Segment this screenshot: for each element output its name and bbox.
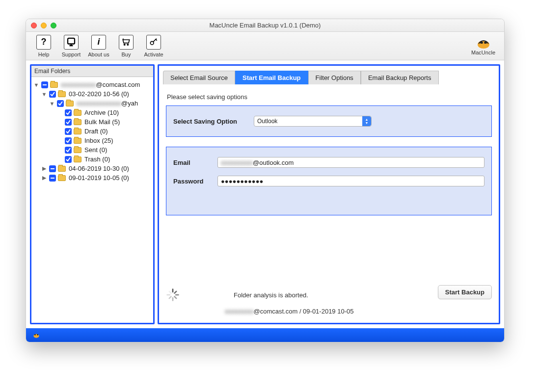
checkbox-checked[interactable]: [57, 100, 64, 107]
folder-tree-header: Email Folders: [31, 66, 153, 77]
tab-select-email-source[interactable]: Select Email Source: [163, 71, 235, 84]
folder-tree-pane: Email Folders ▼ xxxxxxxxxxx@comcast.com …: [30, 64, 155, 324]
folder-icon: [74, 110, 81, 116]
folder-tree[interactable]: ▼ xxxxxxxxxxx@comcast.com ▼ 03-02-2020 1…: [31, 77, 153, 323]
tab-filter-options[interactable]: Filter Options: [308, 71, 361, 84]
password-input[interactable]: ●●●●●●●●●●●: [217, 176, 484, 186]
spinner-icon: [166, 288, 180, 302]
checkbox-checked[interactable]: [65, 119, 72, 126]
title-bar: MacUncle Email Backup v1.0.1 (Demo): [26, 19, 504, 32]
checkbox-partial[interactable]: [49, 175, 56, 182]
cart-icon: [119, 35, 134, 50]
folder-icon: [74, 147, 81, 153]
svg-point-2: [127, 44, 128, 45]
status-path: xxxxxxxxx@comcast.com / 09-01-2019 10-05: [166, 308, 492, 315]
svg-rect-8: [51, 168, 54, 169]
main-pane: Select Email Source Start Email Backup F…: [158, 64, 500, 324]
info-icon: i: [91, 35, 106, 50]
bottom-taskbar: [26, 328, 504, 342]
email-input[interactable]: xxxxxxxxxx@outlook.com: [217, 157, 484, 168]
folder-icon: [58, 166, 66, 172]
svg-rect-20: [37, 334, 38, 335]
svg-rect-9: [51, 178, 54, 179]
toolbar: ? Help Support i About us Buy Activate: [26, 32, 504, 60]
key-icon: [146, 35, 161, 50]
svg-rect-0: [68, 38, 75, 44]
folder-icon: [74, 157, 81, 162]
select-arrows-icon: ▲▼: [362, 116, 371, 126]
checkbox-partial[interactable]: [41, 81, 48, 88]
svg-rect-19: [34, 334, 36, 335]
help-icon: ?: [36, 35, 51, 50]
saving-option-label: Select Saving Option: [173, 118, 247, 125]
support-button[interactable]: Support: [57, 35, 85, 57]
folder-icon: [74, 138, 81, 144]
svg-point-18: [33, 334, 39, 338]
svg-point-3: [150, 41, 154, 45]
checkbox-checked[interactable]: [49, 91, 56, 98]
tab-start-email-backup[interactable]: Start Email Backup: [235, 71, 308, 84]
about-us-button[interactable]: i About us: [85, 35, 112, 57]
status-text: Folder analysis is aborted.: [234, 291, 308, 299]
disclosure-down-icon[interactable]: ▼: [49, 101, 55, 106]
folder-icon: [58, 175, 66, 181]
checkbox-partial[interactable]: [49, 165, 56, 172]
svg-rect-6: [484, 42, 487, 44]
email-label: Email: [173, 159, 211, 166]
checkbox-checked[interactable]: [65, 137, 72, 144]
folder-icon: [50, 82, 58, 88]
svg-line-11: [175, 291, 177, 293]
tab-bar: Select Email Source Start Email Backup F…: [159, 66, 499, 84]
brand-icon[interactable]: [32, 331, 41, 340]
folder-icon: [58, 91, 66, 97]
disclosure-right-icon[interactable]: ▶: [41, 165, 47, 172]
svg-line-15: [169, 297, 171, 299]
activate-button[interactable]: Activate: [140, 35, 167, 57]
tree-node-date1[interactable]: ▼ 03-02-2020 10-56 (0): [32, 89, 152, 99]
folder-icon: [74, 119, 81, 125]
tree-node-date3[interactable]: ▶ 09-01-2019 10-05 (0): [32, 173, 152, 183]
disclosure-down-icon[interactable]: ▼: [33, 82, 39, 88]
svg-rect-7: [43, 84, 47, 85]
svg-rect-5: [480, 42, 483, 44]
tree-node-date2[interactable]: ▶ 04-06-2019 10-30 (0): [32, 164, 152, 173]
footer-status: Start Backup: [166, 288, 492, 315]
folder-icon: [74, 129, 81, 134]
credentials-group: Email xxxxxxxxxx@outlook.com Password ●●…: [166, 147, 492, 215]
tree-node-account[interactable]: ▼ xxxxxxxxxxx@comcast.com: [32, 80, 152, 89]
buy-button[interactable]: Buy: [112, 35, 140, 57]
tree-node-draft[interactable]: Draft (0): [32, 127, 152, 136]
window-title: MacUncle Email Backup v1.0.1 (Demo): [26, 22, 504, 29]
tree-node-bulk[interactable]: Bulk Mail (5): [32, 117, 152, 127]
folder-icon: [66, 101, 74, 106]
svg-line-13: [175, 297, 177, 299]
password-label: Password: [173, 178, 211, 185]
tree-node-sent[interactable]: Sent (0): [32, 145, 152, 155]
tree-node-inbox[interactable]: Inbox (25): [32, 136, 152, 145]
tab-email-backup-reports[interactable]: Email Backup Reports: [361, 71, 439, 84]
svg-point-4: [478, 41, 489, 49]
tree-node-trash[interactable]: Trash (0): [32, 155, 152, 164]
tree-node-archive[interactable]: Archive (10): [32, 108, 152, 117]
checkbox-checked[interactable]: [65, 128, 72, 135]
workspace: Email Folders ▼ xxxxxxxxxxx@comcast.com …: [26, 60, 504, 328]
instruction-text: Please select saving options: [166, 88, 492, 105]
disclosure-down-icon[interactable]: ▼: [41, 91, 47, 97]
checkbox-checked[interactable]: [65, 147, 72, 154]
disclosure-right-icon[interactable]: ▶: [41, 175, 47, 181]
checkbox-checked[interactable]: [65, 109, 72, 116]
saving-option-group: Select Saving Option Outlook ▲▼: [166, 105, 492, 137]
checkbox-checked[interactable]: [65, 156, 72, 163]
help-button[interactable]: ? Help: [30, 35, 57, 57]
support-icon: [64, 35, 79, 50]
saving-option-select[interactable]: Outlook ▲▼: [254, 116, 372, 127]
svg-line-17: [169, 291, 171, 293]
tree-node-subaccount[interactable]: ▼ xxxxxxxxxxxxxx@yah: [32, 99, 152, 108]
start-backup-button[interactable]: Start Backup: [438, 285, 492, 299]
brand-logo: MacUncle: [471, 37, 500, 55]
svg-point-1: [124, 44, 125, 45]
